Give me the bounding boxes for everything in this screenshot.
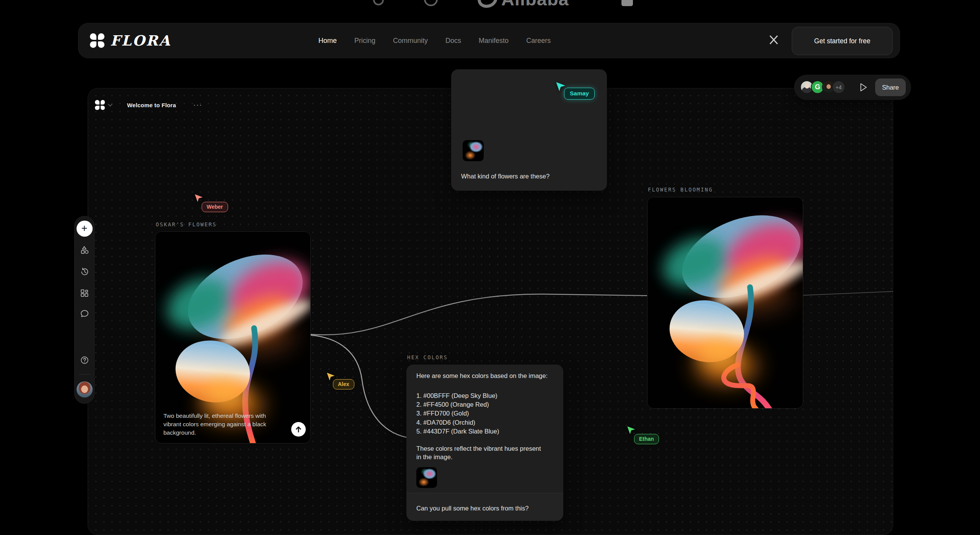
- more-collaborators-badge[interactable]: +4: [832, 80, 845, 94]
- prompt-question: Can you pull some hex colors from this?: [416, 505, 528, 512]
- nav-link-docs[interactable]: Docs: [445, 37, 461, 45]
- partner-logo-square-icon: [621, 0, 633, 6]
- toolbar-divider: [79, 374, 90, 375]
- cursor-weber-icon: [194, 194, 204, 203]
- cursor-ethan-icon: [627, 426, 636, 435]
- image-caption: Two beautifully lit, ethereal flowers wi…: [163, 412, 279, 437]
- alibaba-mark-icon: [475, 0, 499, 10]
- hex-color-line: 4. #DA70D6 (Orchid): [416, 418, 499, 427]
- nav-link-pricing[interactable]: Pricing: [354, 37, 375, 45]
- x-twitter-icon[interactable]: [769, 35, 779, 46]
- canvas-flora-icon[interactable]: [95, 100, 105, 110]
- flora-logo-text: FLORA: [110, 32, 171, 49]
- canvas-header: Welcome to Flora ···: [95, 100, 203, 110]
- nav-link-community[interactable]: Community: [393, 37, 428, 45]
- get-started-button[interactable]: Get started for free: [792, 27, 893, 55]
- canvas-more-menu[interactable]: ···: [194, 102, 203, 108]
- flowers-blooming-card[interactable]: [647, 197, 803, 409]
- oskars-flowers-label: OSKAR'S FLOWERS: [156, 221, 217, 227]
- history-icon[interactable]: [80, 267, 89, 276]
- oskars-flowers-card[interactable]: Two beautifully lit, ethereal flowers wi…: [155, 231, 311, 443]
- flowers-blooming-label: FLOWERS BLOOMING: [648, 187, 713, 193]
- canvas-title: Welcome to Flora: [127, 102, 176, 108]
- chat-bubble-icon[interactable]: [80, 309, 89, 319]
- shapes-nodes-icon[interactable]: [80, 245, 89, 255]
- play-icon[interactable]: [860, 83, 867, 92]
- cursor-label-ethan: Ethan: [634, 434, 659, 444]
- hex-color-line: 3. #FFD700 (Gold): [416, 409, 499, 418]
- partner-logo-circle-icon: [424, 0, 438, 6]
- share-button[interactable]: Share: [875, 79, 906, 96]
- hex-colors-label: HEX COLORS: [407, 354, 448, 360]
- cursor-label-samay: Samay: [564, 88, 595, 100]
- upscale-button[interactable]: [291, 422, 306, 437]
- top-navbar: FLORA Home Pricing Community Docs Manife…: [78, 23, 900, 58]
- flower-thumbnail[interactable]: [416, 467, 437, 488]
- hex-color-list: 1. #00BFFF (Deep Sky Blue) 2. #FF4500 (O…: [416, 391, 499, 436]
- hex-color-line: 2. #FF4500 (Orange Red): [416, 400, 499, 409]
- hex-color-line: 1. #00BFFF (Deep Sky Blue): [416, 391, 499, 400]
- hex-color-line: 5. #443D7F (Dark Slate Blue): [416, 427, 499, 436]
- nav-link-manifesto[interactable]: Manifesto: [479, 37, 509, 45]
- help-icon[interactable]: [80, 355, 89, 365]
- alibaba-logo-text: Alibaba: [501, 0, 569, 10]
- hex-intro-text: Here are some hex colors based on the im…: [416, 372, 548, 380]
- chevron-down-icon[interactable]: [108, 102, 112, 106]
- add-node-button[interactable]: +: [77, 221, 93, 237]
- layout-blocks-icon[interactable]: [80, 288, 89, 298]
- user-avatar[interactable]: [77, 381, 93, 398]
- flower-thumbnail[interactable]: [463, 140, 484, 161]
- flora-logo[interactable]: FLORA: [90, 32, 171, 49]
- nav-link-home[interactable]: Home: [318, 37, 337, 45]
- hex-outro-text: These colors reflect the vibrant hues pr…: [416, 444, 545, 461]
- chat-question: What kind of flowers are these?: [461, 173, 550, 180]
- canvas-toolbar: +: [74, 216, 95, 404]
- nav-link-careers[interactable]: Careers: [526, 37, 551, 45]
- flower-image: [647, 197, 803, 409]
- collaborators-bar: G +4 Share: [794, 75, 911, 100]
- nav-links: Home Pricing Community Docs Manifesto Ca…: [318, 23, 551, 58]
- cursor-label-weber: Weber: [202, 202, 228, 212]
- partner-logo-alibaba: Alibaba: [478, 0, 569, 10]
- cursor-label-alex: Alex: [333, 379, 354, 389]
- hex-colors-card[interactable]: Here are some hex colors based on the im…: [406, 365, 563, 521]
- partner-logo-ring-icon: [373, 0, 384, 5]
- flora-flower-icon: [90, 33, 104, 48]
